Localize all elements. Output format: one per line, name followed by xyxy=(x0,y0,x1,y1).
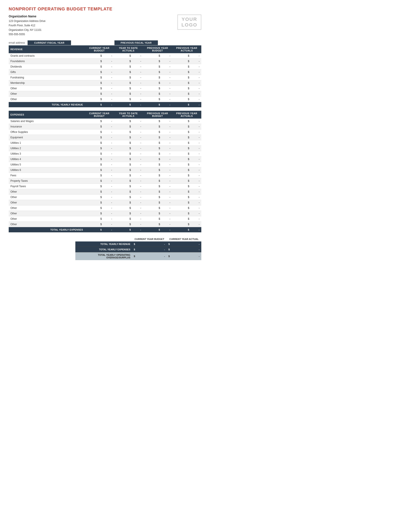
summary-row-label: TOTAL YEARLY EXPENSES xyxy=(75,247,132,252)
revenue-table: REVENUE CURRENT YEAR BUDGET YEAR TO DATE… xyxy=(9,45,201,107)
expense-row: Utilities 4 $ - $ - $ - $ - xyxy=(9,156,201,162)
row-label: Foundations xyxy=(9,58,85,64)
money-cell: $ - xyxy=(114,162,143,167)
money-cell: $ - xyxy=(114,53,143,59)
page-title: NONPROFIT OPERATING BUDGET TEMPLATE xyxy=(9,7,201,12)
fiscal-header-group: CURRENT FISCAL YEAR PREVIOUS FISCAL YEAR xyxy=(28,40,201,45)
row-label: Other xyxy=(9,86,85,91)
row-label: Membership xyxy=(9,80,85,86)
expenses-total-money2: $ - xyxy=(114,227,143,232)
money-cell: $ - xyxy=(143,75,172,80)
money-cell: $ - xyxy=(143,173,172,178)
money-cell: $ - xyxy=(85,200,114,205)
money-cell: $ - xyxy=(143,145,172,151)
row-label: Payroll Taxes xyxy=(9,183,85,189)
row-label: Other xyxy=(9,205,85,211)
row-label: Property Taxes xyxy=(9,178,85,183)
money-cell: $ - xyxy=(114,124,143,129)
revenue-col4: PREVIOUS YEAR ACTUALS xyxy=(172,45,202,53)
money-cell: $ - xyxy=(114,129,143,135)
money-cell: $ - xyxy=(85,53,114,59)
revenue-total-money3: $ - xyxy=(143,102,172,107)
money-cell: $ - xyxy=(85,69,114,75)
money-cell: $ - xyxy=(172,194,201,200)
expense-row: Payroll Taxes $ - $ - $ - $ - xyxy=(9,183,201,189)
money-cell: $ - xyxy=(85,189,114,194)
expense-row: Equipment $ - $ - $ - $ - xyxy=(9,135,201,140)
money-cell: $ - xyxy=(143,151,172,156)
row-label: Gifts xyxy=(9,69,85,75)
expenses-total-label: TOTAL YEARLY EXPENSES xyxy=(9,227,85,232)
money-cell: $ - xyxy=(114,156,143,162)
money-cell: $ - xyxy=(114,75,143,80)
revenue-total-money1: $ - xyxy=(85,102,114,107)
money-cell: $ - xyxy=(114,80,143,86)
summary-table: CURRENT YEAR BUDGET CURRENT YEAR ACTUAL … xyxy=(75,237,201,260)
money-cell: $ - xyxy=(143,140,172,145)
revenue-row: Other $ - $ - $ - $ - xyxy=(9,91,201,96)
money-cell: $ - xyxy=(114,221,143,227)
summary-dollar1: $ xyxy=(132,241,137,247)
money-cell: $ - xyxy=(172,173,201,178)
money-cell: $ - xyxy=(85,135,114,140)
money-cell: $ - xyxy=(172,151,201,156)
summary-dollar2: $ xyxy=(167,241,172,247)
revenue-row: Foundations $ - $ - $ - $ - xyxy=(9,58,201,64)
expense-row: Insurance $ - $ - $ - $ - xyxy=(9,124,201,129)
expense-row: Utilities 2 $ - $ - $ - $ - xyxy=(9,145,201,151)
money-cell: $ - xyxy=(172,86,202,91)
expense-row: Property Taxes $ - $ - $ - $ - xyxy=(9,178,201,183)
org-address3: Organization City, NY 11101 xyxy=(9,28,45,32)
money-cell: $ - xyxy=(143,205,172,211)
money-cell: $ - xyxy=(172,53,202,59)
org-name: Organization Name xyxy=(9,15,45,18)
money-cell: $ - xyxy=(114,96,143,102)
expense-row: Other $ - $ - $ - $ - xyxy=(9,211,201,216)
expense-row: Utilities 3 $ - $ - $ - $ - xyxy=(9,151,201,156)
expense-row: Other $ - $ - $ - $ - xyxy=(9,216,201,221)
current-fiscal-header: CURRENT FISCAL YEAR xyxy=(28,40,71,45)
money-cell: $ - xyxy=(143,91,172,96)
revenue-row: Membership $ - $ - $ - $ - xyxy=(9,80,201,86)
prev-gap-cell xyxy=(158,40,201,45)
revenue-row: Other $ - $ - $ - $ - xyxy=(9,96,201,102)
gap-cell xyxy=(71,40,114,45)
row-label: Fees xyxy=(9,173,85,178)
money-cell: $ - xyxy=(143,211,172,216)
summary-dollar2: $ xyxy=(167,252,172,260)
expense-row: Salaries and Wages $ - $ - $ - $ - xyxy=(9,119,201,124)
money-cell: $ - xyxy=(172,205,201,211)
summary-val1: - xyxy=(137,241,166,247)
money-cell: $ - xyxy=(114,167,143,173)
revenue-header-row: REVENUE CURRENT YEAR BUDGET YEAR TO DATE… xyxy=(9,45,201,53)
row-label: Utilities 6 xyxy=(9,167,85,173)
expenses-col1: CURRENT YEAR BUDGET xyxy=(85,111,114,119)
money-cell: $ - xyxy=(143,69,172,75)
money-cell: $ - xyxy=(85,140,114,145)
summary-section: CURRENT YEAR BUDGET CURRENT YEAR ACTUAL … xyxy=(9,237,201,260)
revenue-col1: CURRENT YEAR BUDGET xyxy=(85,45,114,53)
summary-val2: - xyxy=(172,247,201,252)
previous-fiscal-header: PREVIOUS FISCAL YEAR xyxy=(114,40,158,45)
row-label: Utilities 2 xyxy=(9,145,85,151)
money-cell: $ - xyxy=(172,129,201,135)
expenses-label: EXPENSES xyxy=(9,111,85,119)
revenue-col3: PREVIOUS YEAR BUDGET xyxy=(143,45,172,53)
revenue-row: Grants and contracts $ - $ - $ - $ - xyxy=(9,53,201,59)
money-cell: $ - xyxy=(85,91,114,96)
row-label: Other xyxy=(9,96,85,102)
money-cell: $ - xyxy=(85,86,114,91)
money-cell: $ - xyxy=(85,178,114,183)
money-cell: $ - xyxy=(143,119,172,124)
money-cell: $ - xyxy=(85,124,114,129)
expense-row: Utilities 5 $ - $ - $ - $ - xyxy=(9,162,201,167)
money-cell: $ - xyxy=(114,69,143,75)
money-cell: $ - xyxy=(114,86,143,91)
revenue-total-money2: $ - xyxy=(114,102,143,107)
summary-col2: CURRENT YEAR ACTUAL xyxy=(167,237,202,241)
money-cell: $ - xyxy=(172,64,202,69)
expense-row: Utilities 1 $ - $ - $ - $ - xyxy=(9,140,201,145)
money-cell: $ - xyxy=(114,189,143,194)
money-cell: $ - xyxy=(172,91,202,96)
summary-dollar2: $ xyxy=(167,247,172,252)
